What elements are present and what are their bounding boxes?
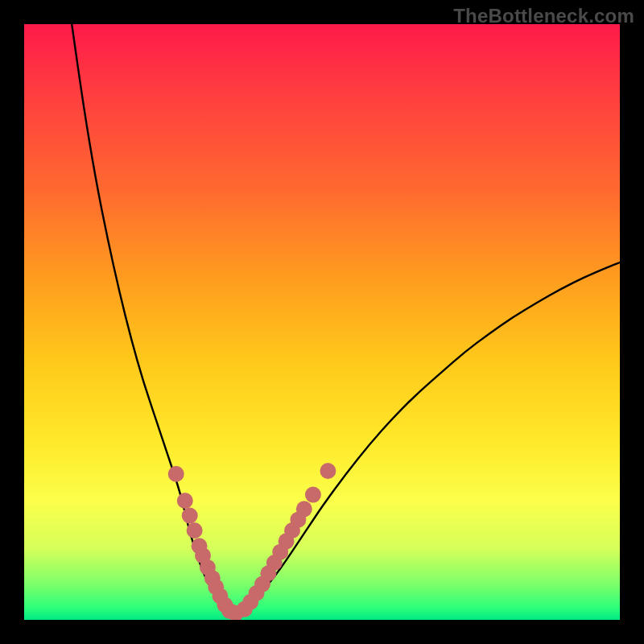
data-dot <box>187 522 203 539</box>
bottleneck-curve <box>72 24 620 613</box>
data-dot <box>296 501 312 517</box>
curve-right-branch <box>238 262 620 613</box>
data-dot <box>320 463 336 479</box>
chart-svg <box>24 24 620 620</box>
curve-left-branch <box>72 24 226 613</box>
data-dot <box>177 493 193 509</box>
chart-background <box>24 24 620 620</box>
data-dot <box>182 508 198 524</box>
data-dots <box>168 463 336 620</box>
data-dot <box>305 487 321 503</box>
data-dot <box>168 466 184 482</box>
